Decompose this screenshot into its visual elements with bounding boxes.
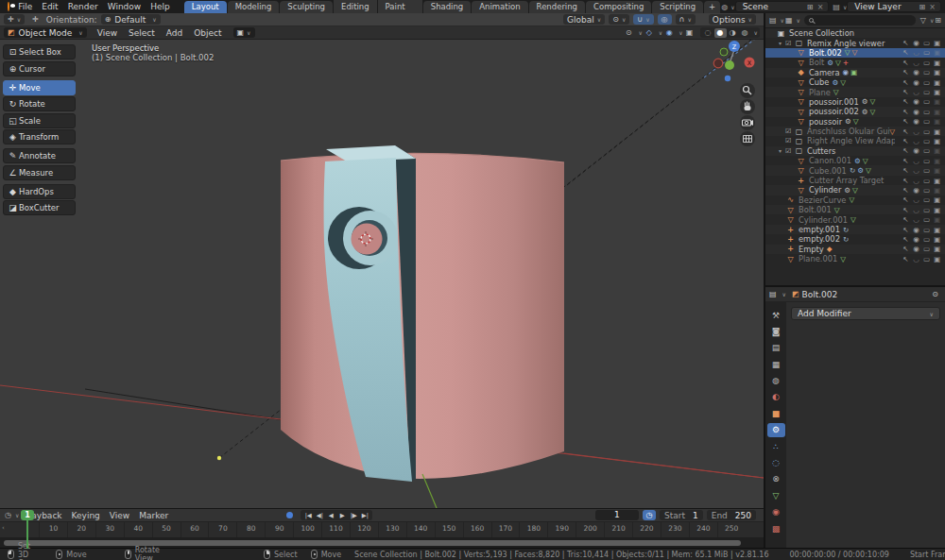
- workspace-tab[interactable]: Scripting: [652, 1, 703, 13]
- viewport-disable-icon[interactable]: ▭: [921, 88, 932, 96]
- object-name[interactable]: Cylinder: [806, 185, 844, 195]
- selectable-toggle-icon[interactable]: ↖: [901, 68, 911, 76]
- outliner-row[interactable]: ☑ empty.002 ↖ ▭ ▣: [765, 234, 945, 244]
- object-name[interactable]: Empty: [796, 245, 827, 254]
- selectable-toggle-icon[interactable]: ↖: [901, 108, 911, 116]
- visibility-eye-icon[interactable]: [911, 166, 921, 175]
- visibility-eye-icon[interactable]: [911, 146, 921, 155]
- selectable-toggle-icon[interactable]: ↖: [901, 166, 911, 175]
- tool-button[interactable]: ◱ Scale: [3, 113, 76, 128]
- visibility-eye-icon[interactable]: [911, 215, 921, 224]
- menu-item[interactable]: Window: [103, 2, 146, 11]
- playback-button[interactable]: ▶: [336, 512, 348, 519]
- outliner-row[interactable]: ☑ Empty ↖ ▭ ▣: [765, 245, 945, 254]
- outliner-row[interactable]: ☑ Cube.001 ↖ ▭ ▣: [765, 165, 945, 175]
- disclosure-icon[interactable]: ▾: [779, 40, 785, 46]
- scene-name[interactable]: Scene: [739, 2, 805, 11]
- active-tool-dropdown[interactable]: ✛ ∨: [4, 14, 25, 25]
- properties-tab[interactable]: ⚒: [767, 308, 785, 322]
- tool-button[interactable]: ⊕ Cursor: [3, 61, 76, 76]
- selectable-toggle-icon[interactable]: ↖: [901, 195, 911, 204]
- properties-tab[interactable]: ▤: [767, 341, 785, 355]
- navigation-gizmo[interactable]: Z X: [713, 41, 754, 81]
- breadcrumb[interactable]: Bolt.002: [802, 290, 838, 299]
- tool-button[interactable]: ↻ Rotate: [3, 96, 76, 111]
- view-layer-name[interactable]: View Layer: [850, 2, 917, 11]
- outliner-row[interactable]: ☑ Bolt.001 ↖ ▭ ▣: [765, 205, 945, 214]
- render-disable-icon[interactable]: ▣: [932, 59, 942, 67]
- visibility-eye-icon[interactable]: [911, 117, 921, 126]
- menu-item[interactable]: Add: [161, 28, 188, 38]
- outliner-row[interactable]: ☑ Right Angle View Adapter for Star Adve…: [765, 136, 945, 145]
- outliner-row[interactable]: ☑ Bolt.002 ↖ ▭ ▣: [765, 48, 945, 58]
- selectable-toggle-icon[interactable]: ↖: [901, 39, 911, 47]
- outliner-row[interactable]: ☑ poussoir.001 ↖ ▭ ▣: [765, 97, 945, 107]
- render-disable-icon[interactable]: ▣: [932, 48, 942, 57]
- playback-button[interactable]: ◀|: [314, 512, 325, 519]
- properties-tab[interactable]: ■: [767, 406, 785, 420]
- viewport-disable-icon[interactable]: ▭: [921, 39, 932, 47]
- visibility-eye-icon[interactable]: [911, 59, 921, 67]
- shading-solid-button[interactable]: ●: [714, 28, 727, 38]
- shading-rendered-button[interactable]: ◍: [739, 28, 751, 38]
- selectable-toggle-icon[interactable]: ↖: [901, 245, 911, 253]
- visibility-eye-icon[interactable]: [911, 195, 921, 204]
- viewport-disable-icon[interactable]: ▭: [921, 235, 932, 244]
- object-name[interactable]: empty.002: [796, 234, 843, 244]
- visibility-eye-icon[interactable]: [911, 68, 921, 76]
- viewport-disable-icon[interactable]: ▭: [921, 177, 932, 185]
- render-disable-icon[interactable]: ▣: [932, 88, 942, 96]
- render-disable-icon[interactable]: ▣: [932, 146, 942, 155]
- properties-tab[interactable]: ▽: [767, 488, 785, 502]
- playback-button[interactable]: |◀: [302, 512, 314, 519]
- transform-orientation-dropdown[interactable]: Global ∨: [563, 14, 605, 25]
- playback-button[interactable]: ▶|: [359, 512, 370, 519]
- visibility-eye-icon[interactable]: [911, 235, 921, 244]
- move-gizmo-icon[interactable]: ✛: [32, 15, 39, 24]
- object-name[interactable]: Remix Angle viewer: [804, 39, 887, 48]
- editor-type-icon[interactable]: ▤: [769, 16, 777, 25]
- object-name[interactable]: Bolt: [806, 58, 827, 67]
- object-name[interactable]: Right Angle View Adapter for Star Adven: [804, 136, 895, 145]
- timeline-ruler[interactable]: 1020304050607080901001101201301401501601…: [0, 522, 764, 537]
- visibility-dropdown[interactable]: ▣ ∨: [233, 27, 255, 38]
- current-frame-field[interactable]: 1: [595, 510, 639, 520]
- viewport-disable-icon[interactable]: ▭: [921, 137, 932, 145]
- properties-tab[interactable]: ◐: [767, 390, 785, 404]
- region-collapse-icon[interactable]: ‹: [2, 524, 5, 532]
- selectable-toggle-icon[interactable]: ↖: [901, 78, 911, 87]
- object-name[interactable]: poussoir.002: [806, 107, 862, 116]
- collection-checkbox[interactable]: ☑: [785, 40, 794, 47]
- new-view-layer-icon[interactable]: ⊞: [917, 3, 927, 11]
- viewport-disable-icon[interactable]: ▭: [921, 117, 932, 126]
- pivot-icon[interactable]: ⊙: [622, 28, 635, 37]
- outliner-row[interactable]: ▾ ☑ Remix Angle viewer ↖ ▭ ▣: [765, 38, 945, 47]
- selectable-toggle-icon[interactable]: ↖: [901, 215, 911, 224]
- show-overlays-icon[interactable]: ◉: [662, 28, 676, 37]
- close-icon[interactable]: ×: [927, 3, 937, 11]
- selectable-toggle-icon[interactable]: ↖: [901, 127, 911, 136]
- viewport-disable-icon[interactable]: ▭: [921, 127, 932, 136]
- playback-button[interactable]: ◀: [325, 512, 336, 519]
- menu-item[interactable]: Select: [123, 28, 161, 38]
- selectable-toggle-icon[interactable]: ↖: [901, 226, 911, 234]
- selectable-toggle-icon[interactable]: ↖: [901, 48, 911, 57]
- viewport-disable-icon[interactable]: ▭: [921, 195, 932, 204]
- pin-icon[interactable]: ⊙: [932, 290, 938, 298]
- object-name[interactable]: Bolt.002: [806, 48, 845, 58]
- add-modifier-button[interactable]: Add Modifier ∨: [791, 307, 940, 320]
- perspective-toggle-button[interactable]: [740, 131, 755, 146]
- disclosure-icon[interactable]: ▾: [779, 147, 785, 154]
- new-scene-icon[interactable]: ⊞: [805, 3, 816, 11]
- mode-dropdown[interactable]: ◩ Object Mode ∨: [4, 27, 87, 38]
- shading-wireframe-button[interactable]: ◌: [702, 28, 714, 38]
- render-disable-icon[interactable]: ▣: [932, 235, 942, 244]
- selectable-toggle-icon[interactable]: ↖: [901, 59, 911, 67]
- outliner-row[interactable]: ☑ Anschluss Okular Guider Canon ↖ ▭ ▣: [765, 127, 945, 136]
- tool-button[interactable]: ⊡ Select Box: [3, 44, 76, 59]
- render-disable-icon[interactable]: ▣: [932, 195, 942, 204]
- selectable-toggle-icon[interactable]: ↖: [901, 186, 911, 195]
- frame-start-field[interactable]: Start 1: [660, 510, 703, 520]
- render-disable-icon[interactable]: ▣: [932, 127, 942, 136]
- viewport-disable-icon[interactable]: ▭: [921, 226, 932, 234]
